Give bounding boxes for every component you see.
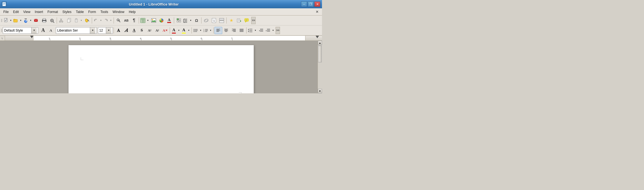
svg-rect-80	[245, 19, 248, 21]
menu-help[interactable]: Help	[127, 9, 138, 14]
font-color-dropdown-button[interactable]: ▾	[177, 27, 181, 34]
email-button[interactable]	[33, 17, 40, 24]
cut-button[interactable]	[58, 17, 66, 24]
linespacing2-dropdown[interactable]: ▾	[253, 27, 257, 34]
close-button[interactable]: ✕	[314, 1, 320, 7]
clone-formatting-button[interactable]	[83, 17, 91, 24]
subscript-button[interactable]: A2	[153, 27, 161, 34]
font-color-button[interactable]: A	[171, 27, 177, 34]
svg-marker-79	[240, 20, 241, 22]
insert-image-button[interactable]	[150, 17, 158, 24]
minimize-button[interactable]: ─	[301, 1, 307, 7]
restore-button[interactable]: ❐	[308, 1, 314, 7]
numbering-button[interactable]: 1. 2. 3.	[203, 27, 209, 34]
nonprinting-button[interactable]: ¶	[130, 17, 138, 24]
menu-edit[interactable]: Edit	[11, 9, 21, 14]
menu-styles[interactable]: Styles	[60, 9, 74, 14]
table-dropdown-button[interactable]: ▾	[146, 17, 150, 24]
formatting-overflow-button[interactable]: >>	[276, 27, 280, 34]
paste-button[interactable]	[73, 17, 79, 24]
menu-window[interactable]: Window	[110, 9, 127, 14]
clear-formatting-button[interactable]: A✕	[161, 27, 169, 34]
spelling-button[interactable]: AB	[122, 17, 130, 24]
font-name-dropdown[interactable]: Liberation Ser ▼	[56, 27, 97, 34]
print-button[interactable]	[40, 17, 48, 24]
open-button[interactable]	[13, 17, 19, 24]
highlight-button[interactable]: A	[181, 27, 187, 34]
scrollbar-thumb[interactable]	[318, 46, 322, 62]
comment-button[interactable]	[243, 17, 251, 24]
undo-button[interactable]	[93, 17, 99, 24]
font-dropdown-arrow[interactable]: ▼	[90, 27, 95, 34]
title-bar: Untitled 1 - LibreOffice Writer ─ ❐ ✕	[0, 0, 322, 8]
highlight-dropdown-button[interactable]: ▾	[187, 27, 191, 34]
menu-file[interactable]: File	[1, 9, 11, 14]
toolbar-overflow-button[interactable]: >>	[251, 17, 256, 24]
numbering-dropdown-button[interactable]: ▾	[209, 27, 213, 34]
new-dropdown-button[interactable]: ▾	[9, 17, 13, 24]
increase-indent-button[interactable]	[265, 27, 271, 34]
font-size-dropdown[interactable]: 12 ▼	[98, 27, 113, 34]
redo-dropdown-button[interactable]: ▾	[109, 17, 113, 24]
strikethrough-button[interactable]: S	[138, 27, 146, 34]
page-number-button[interactable]: 1	[210, 17, 218, 24]
menu-format[interactable]: Format	[45, 9, 60, 14]
menu-tools[interactable]: Tools	[98, 9, 110, 14]
svg-line-22	[53, 22, 54, 23]
menu-close-button[interactable]: ✕	[313, 9, 321, 14]
bullets-dropdown-button[interactable]: ▾	[199, 27, 203, 34]
justify-button[interactable]	[238, 27, 245, 34]
save-dropdown-button[interactable]: ▾	[29, 17, 33, 24]
align-right-button[interactable]	[230, 27, 238, 34]
linespacing-button[interactable]	[183, 17, 189, 24]
font-size-decrease-button[interactable]: A	[47, 27, 55, 34]
ruler-right-marker[interactable]	[316, 36, 319, 38]
svg-point-85	[194, 30, 195, 31]
toolbar-handle-1[interactable]	[1, 16, 3, 25]
paragraph-style-dropdown[interactable]: Default Style ▼	[3, 27, 38, 34]
menu-insert[interactable]: Insert	[33, 9, 45, 14]
superscript-button[interactable]: A2	[146, 27, 153, 34]
scrollbar-up-button[interactable]: ▲	[318, 41, 322, 45]
menu-table[interactable]: Table	[74, 9, 86, 14]
save-button[interactable]	[23, 17, 29, 24]
underline-button[interactable]: A	[130, 27, 138, 34]
hyperlink-button[interactable]	[202, 17, 210, 24]
linespacing2-button[interactable]	[247, 27, 253, 34]
find-replace-button[interactable]: AB	[115, 17, 122, 24]
font-size-increase-button[interactable]: A	[39, 27, 47, 34]
special-char-button[interactable]: Ω	[193, 17, 200, 24]
insert-chart-button[interactable]	[158, 17, 165, 24]
decrease-indent-button[interactable]	[257, 27, 265, 34]
increase-indent-dropdown[interactable]: ▾	[271, 27, 275, 34]
bullets-button[interactable]	[193, 27, 199, 34]
linespacing-dropdown-button[interactable]: ▾	[189, 17, 193, 24]
bookmark-button[interactable]: ★	[227, 17, 235, 24]
open-dropdown-button[interactable]: ▾	[19, 17, 23, 24]
page-break-button[interactable]	[218, 17, 226, 24]
align-left-button[interactable]	[214, 27, 222, 34]
copy-button[interactable]	[66, 17, 73, 24]
menu-view[interactable]: View	[21, 9, 33, 14]
scrollbar-down-button[interactable]: ▼	[318, 89, 322, 93]
redo-button[interactable]	[103, 17, 109, 24]
toolbar-handle-2[interactable]	[1, 26, 3, 35]
print-preview-button[interactable]	[48, 17, 56, 24]
ruler-left-marker[interactable]	[30, 36, 33, 38]
paste-dropdown-button[interactable]: ▾	[79, 17, 83, 24]
navigator-button[interactable]	[175, 17, 183, 24]
svg-text:1: 1	[49, 37, 50, 40]
new-button[interactable]	[3, 17, 9, 24]
font-size-dropdown-arrow[interactable]: ▼	[106, 27, 111, 34]
bold-button[interactable]: 𝐀	[115, 27, 122, 34]
menu-form[interactable]: Form	[86, 9, 98, 14]
font-color2-button[interactable]: A	[165, 17, 173, 24]
insert-table-button[interactable]	[140, 17, 146, 24]
page[interactable]	[69, 45, 254, 93]
style-dropdown-arrow[interactable]: ▼	[31, 27, 37, 34]
undo-dropdown-button[interactable]: ▾	[99, 17, 103, 24]
align-center-button[interactable]	[222, 27, 230, 34]
show-changes-button[interactable]	[235, 17, 243, 24]
italic-button[interactable]: 𝐴	[122, 27, 130, 34]
save-button-group: ▾	[23, 17, 33, 24]
